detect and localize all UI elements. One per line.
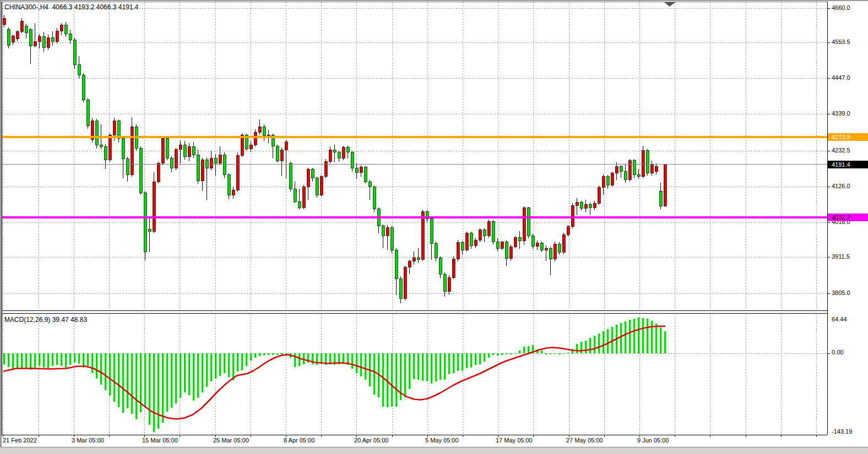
- mt4-chart-window: CHINA300-,H4 4066.3 4193.2 4066.3 4191.4…: [0, 0, 868, 454]
- time-axis-label: 21 Feb 2022: [3, 437, 37, 444]
- macd-axis-label: 0.00: [832, 349, 867, 357]
- window-bottom-strip: [0, 447, 868, 454]
- price-axis-label: 4660.0: [832, 4, 867, 12]
- time-axis-label: 25 Mar 05:00: [213, 437, 249, 444]
- window-top-edge: [0, 0, 868, 1]
- price-axis-label: 3911.5: [832, 253, 867, 261]
- time-axis-label: 20 Apr 05:00: [354, 437, 388, 444]
- price-axis-label: 4339.0: [832, 110, 867, 118]
- chart-symbol-ohlc-label: CHINA300-,H4 4066.3 4193.2 4066.3 4191.4: [4, 3, 139, 11]
- macd-axis-label: 64.44: [832, 316, 867, 324]
- time-axis-label: 3 Mar 05:00: [72, 437, 104, 444]
- time-axis-label: 8 Apr 05:00: [284, 437, 314, 444]
- support-price-badge: 4032.2: [828, 214, 868, 221]
- current-price-badge: 4191.4: [828, 161, 868, 168]
- candlestick-chart-canvas[interactable]: [0, 0, 868, 454]
- macd-indicator-label: MACD(12,26,9) 39.47 48.83: [4, 316, 87, 324]
- time-axis-label: 15 Mar 05:00: [142, 437, 178, 444]
- time-axis-label: 9 Jun 05:00: [637, 437, 669, 444]
- price-axis-label: 4232.5: [832, 147, 867, 155]
- time-axis-label: 5 May 05:00: [425, 437, 459, 444]
- window-left-edge: [0, 0, 2, 447]
- time-axis-label: 17 May 05:00: [496, 437, 533, 444]
- time-axis-label: 27 May 05:00: [566, 437, 603, 444]
- resistance-price-badge: 4273.9: [828, 133, 868, 141]
- price-axis-label: 3805.0: [832, 289, 867, 297]
- macd-axis-label: -143.19: [832, 428, 867, 436]
- price-axis-label: 4126.0: [832, 183, 867, 190]
- price-axis-label: 4447.0: [832, 74, 867, 82]
- price-axis-label: 4553.5: [832, 39, 867, 46]
